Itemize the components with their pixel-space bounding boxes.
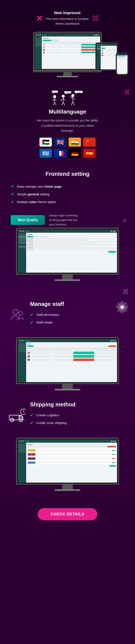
badge-new-improved: New improved bbox=[46, 11, 89, 15]
svg-text:HI THERE!: HI THERE! bbox=[65, 92, 70, 93]
feature-homepage-text: Easy manage your home page bbox=[17, 184, 61, 188]
staff-row-2 bbox=[27, 355, 116, 358]
carrier-row-1: araex bbox=[27, 449, 116, 452]
staff-row-3 bbox=[27, 358, 116, 361]
feature-zone-shipping: ✔ Create zone shipping bbox=[30, 420, 127, 426]
svg-line-13 bbox=[62, 102, 63, 105]
flag-germany: 🇩🇪 bbox=[69, 149, 81, 158]
svg-line-14 bbox=[63, 102, 65, 105]
settings-screen: EcomPro bbox=[18, 230, 117, 273]
svg-line-5 bbox=[52, 99, 55, 101]
svg-point-27 bbox=[13, 310, 18, 315]
svg-line-21 bbox=[73, 98, 75, 100]
staffs-page-title: Staffs bbox=[27, 343, 116, 344]
flag-greece: 🇬🇷 bbox=[39, 149, 52, 158]
check-icon-general: ✔ bbox=[11, 192, 14, 197]
feature-staff-permission: ✔ Staff permission bbox=[30, 312, 127, 317]
logistics-screen: EcomPro Logistics bbox=[18, 440, 117, 482]
settings-screen-header: EcomPro bbox=[18, 230, 117, 233]
logistics-screen-header: EcomPro bbox=[18, 440, 117, 443]
shipping-section: Shipping method ✔ Create Logistics ✔ Cre… bbox=[0, 395, 135, 438]
staffs-monitor-neck bbox=[62, 384, 73, 389]
shipping-features: ✔ Create Logistics ✔ Create zone shippin… bbox=[30, 410, 127, 430]
logistics-monitor-neck bbox=[62, 484, 73, 489]
staffs-screen: EcomPro Staffs bbox=[18, 339, 117, 382]
settings-tab-general bbox=[27, 236, 33, 238]
flags-row-1: 🇵🇸 🇬🇧 🇮🇳 🇨🇳 bbox=[8, 138, 127, 146]
feature-general-text: Simple general setting bbox=[17, 192, 49, 196]
carrier-row-4 bbox=[27, 461, 116, 464]
staffs-monitor: EcomPro Staffs bbox=[16, 337, 119, 384]
shipping-icon bbox=[9, 409, 25, 423]
staffs-monitor-wrap: EcomPro Staffs bbox=[0, 337, 135, 395]
carrier-row-3: FedEx bbox=[27, 457, 116, 460]
svg-point-18 bbox=[71, 94, 74, 97]
staffs-logo: EcomPro bbox=[25, 340, 30, 341]
check-icon-color: ✔ bbox=[11, 199, 14, 204]
best-quality-button[interactable]: Best Quality bbox=[11, 215, 45, 225]
flag-france: 🇫🇷 bbox=[54, 149, 66, 158]
svg-point-28 bbox=[19, 312, 22, 315]
deco-x-right: ✕ bbox=[92, 14, 99, 24]
feature-homepage: ✔ Easy manage your home page bbox=[11, 184, 124, 189]
svg-point-45 bbox=[20, 409, 25, 414]
logistics-screen-body: Logistics araex bbox=[18, 443, 117, 482]
create-logistics-label: Create Logistics bbox=[36, 413, 59, 417]
feature-create-logistics: ✔ Create Logistics bbox=[30, 412, 127, 418]
svg-text:WELCOME!: WELCOME! bbox=[75, 92, 81, 93]
svg-line-6 bbox=[55, 99, 57, 100]
products-page-title: Products bbox=[43, 38, 99, 39]
frontend-features: ✔ Easy manage your home page ✔ Simple ge… bbox=[11, 182, 124, 209]
logistics-page-title: Logistics bbox=[27, 444, 116, 445]
staff-create-label: Staff create bbox=[36, 320, 52, 324]
logistics-monitor-base bbox=[55, 489, 80, 491]
svg-line-22 bbox=[71, 102, 73, 105]
flag-palestine: 🇵🇸 bbox=[39, 138, 52, 146]
check-icon-staff-permission: ✔ bbox=[30, 312, 34, 317]
multilanguage-title: Multilanguage bbox=[8, 108, 127, 115]
staffs-screen-body: Staffs bbox=[18, 342, 117, 382]
check-details-button[interactable]: CHECK DETAILS bbox=[38, 508, 97, 520]
staff-row-1 bbox=[27, 352, 116, 354]
staff-icon bbox=[9, 308, 25, 323]
svg-point-9 bbox=[62, 95, 65, 98]
products-screen-header: EcomPro bbox=[35, 34, 100, 36]
carrier-row-2: DHL bbox=[27, 453, 116, 456]
svg-line-7 bbox=[53, 102, 55, 105]
header-title: The most informative & lucrative Admin D… bbox=[46, 16, 89, 26]
logistics-logo: EcomPro bbox=[25, 440, 30, 442]
svg-marker-2 bbox=[53, 93, 54, 94]
settings-monitor-neck bbox=[62, 274, 73, 279]
svg-marker-17 bbox=[65, 94, 67, 94]
svg-point-40 bbox=[11, 419, 13, 420]
settings-page-title: Settings bbox=[27, 234, 116, 235]
svg-line-12 bbox=[63, 99, 65, 100]
deco-x-left: ✕ bbox=[36, 14, 43, 22]
svg-line-23 bbox=[73, 102, 74, 105]
feature-general: ✔ Simple general setting bbox=[11, 192, 124, 197]
multilanguage-desc: We tuned the system to provide you the a… bbox=[8, 118, 127, 133]
cta-section: CHECK DETAILS bbox=[0, 495, 135, 531]
logistics-monitor-wrap: EcomPro Logistics bbox=[0, 438, 135, 495]
deco-x-after-settings: ✕ bbox=[122, 288, 129, 296]
settings-screen-body: Settings bbox=[18, 233, 117, 273]
settings-logo: EcomPro bbox=[25, 230, 30, 232]
feature-staff-create: ✔ Staff create bbox=[30, 320, 127, 325]
products-logo: EcomPro bbox=[42, 34, 47, 36]
svg-point-42 bbox=[20, 419, 21, 420]
frontend-section: Frontend setting ✔ Easy manage your home… bbox=[0, 166, 135, 228]
deco-x-multilanguage: ✕ bbox=[124, 88, 130, 96]
settings-monitor-wrap: EcomPro bbox=[0, 228, 135, 285]
check-icon-staff-create: ✔ bbox=[30, 320, 34, 325]
shipping-title: Shipping method bbox=[30, 401, 127, 408]
flag-china: 🇨🇳 bbox=[83, 138, 96, 146]
svg-line-11 bbox=[60, 99, 63, 101]
settings-tab-pagesetup bbox=[40, 236, 49, 238]
feature-color: ✔ Multiple color theme option bbox=[11, 199, 124, 204]
best-quality-desc: Design high-convertinglanding pages that… bbox=[49, 214, 78, 227]
staffs-screen-header: EcomPro bbox=[18, 339, 117, 342]
logistics-monitor: EcomPro Logistics bbox=[16, 438, 119, 484]
flags-row-2: 🇬🇷 🇫🇷 🇩🇪 🇪🇸 bbox=[8, 149, 127, 158]
settings-monitor-base bbox=[55, 279, 80, 281]
flag-uk: 🇬🇧 bbox=[54, 138, 66, 146]
